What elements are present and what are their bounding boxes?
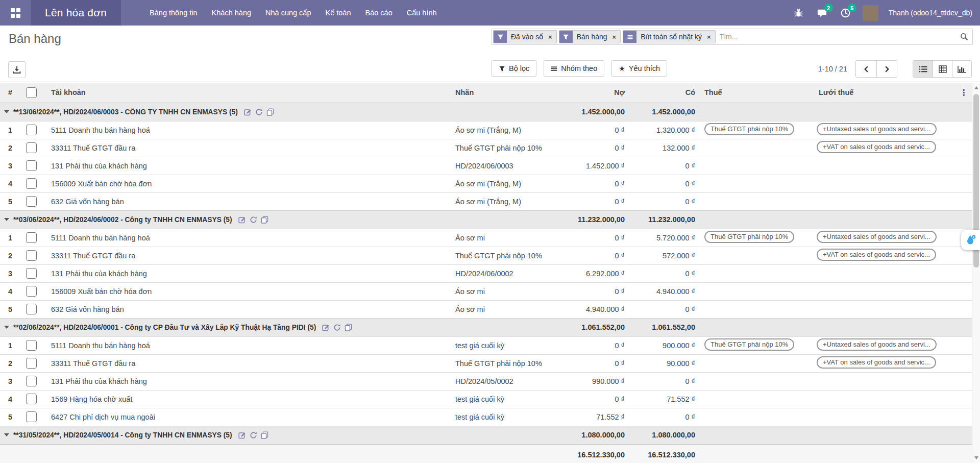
debit-cell[interactable]: 0 ₫ bbox=[551, 354, 629, 372]
nav-menu-2[interactable]: Nhà cung cấp bbox=[258, 0, 318, 26]
column-header-tax[interactable]: Thuế bbox=[699, 83, 807, 103]
credit-cell[interactable]: 132.000 ₫ bbox=[629, 139, 699, 157]
account-cell[interactable]: 33311 Thuế GTGT đầu ra bbox=[44, 139, 451, 157]
label-cell[interactable]: Áo sơ mi (Trắng, M) bbox=[451, 121, 551, 139]
pager-previous-button[interactable] bbox=[856, 61, 876, 77]
row-checkbox[interactable] bbox=[26, 340, 37, 351]
debug-bug-icon[interactable] bbox=[792, 6, 805, 19]
floating-capture-widget[interactable] bbox=[961, 230, 980, 250]
debit-cell[interactable]: 990.000 ₫ bbox=[551, 372, 629, 390]
optional-columns-toggle[interactable]: ⋮ bbox=[955, 83, 972, 103]
user-name[interactable]: Thanh (odoo14_ttldev_db) bbox=[889, 9, 972, 17]
credit-cell[interactable]: 5.720.000 ₫ bbox=[629, 229, 699, 247]
credit-cell[interactable]: 90.000 ₫ bbox=[629, 354, 699, 372]
nav-menu-4[interactable]: Báo cáo bbox=[358, 0, 400, 26]
facet-remove-icon[interactable]: × bbox=[706, 31, 715, 43]
select-all-checkbox[interactable] bbox=[26, 87, 37, 98]
duplicate-entry-icon[interactable] bbox=[266, 108, 274, 116]
account-cell[interactable]: 33311 Thuế GTGT đầu ra bbox=[44, 354, 451, 372]
row-checkbox[interactable] bbox=[26, 196, 37, 207]
app-name[interactable]: Lên hóa đơn bbox=[31, 0, 121, 26]
credit-cell[interactable]: 71.552 ₫ bbox=[629, 390, 699, 408]
export-button[interactable] bbox=[8, 61, 26, 78]
facet-remove-icon[interactable]: × bbox=[547, 31, 556, 43]
credit-cell[interactable]: 0 ₫ bbox=[629, 157, 699, 175]
account-cell[interactable]: 156009 Xuất bán chờ hóa đơn bbox=[44, 282, 451, 300]
column-header-credit[interactable]: Có bbox=[629, 83, 699, 103]
account-cell[interactable]: 5111 Doanh thu bán hàng hoá bbox=[44, 229, 451, 247]
row-checkbox[interactable] bbox=[26, 142, 37, 153]
group-by-button[interactable]: Nhóm theo bbox=[544, 60, 604, 77]
credit-cell[interactable]: 572.000 ₫ bbox=[629, 247, 699, 264]
label-cell[interactable]: Thuế GTGT phải nộp 10% bbox=[451, 247, 551, 264]
account-cell[interactable]: 5111 Doanh thu bán hàng hoá bbox=[44, 336, 451, 354]
credit-cell[interactable]: 0 ₫ bbox=[629, 264, 699, 282]
favorites-button[interactable]: ★ Yêu thích bbox=[611, 60, 667, 77]
debit-cell[interactable]: 0 ₫ bbox=[551, 247, 629, 264]
debit-cell[interactable]: 0 ₫ bbox=[551, 175, 629, 192]
refresh-entry-icon[interactable] bbox=[333, 324, 341, 331]
table-row[interactable]: 5632 Giá vốn hàng bánÁo sơ mi (Trắng, M)… bbox=[0, 192, 972, 210]
pivot-view-button[interactable] bbox=[933, 61, 952, 77]
label-cell[interactable]: Áo sơ mi bbox=[451, 229, 551, 247]
nav-menu-5[interactable]: Cấu hình bbox=[400, 0, 444, 26]
group-row[interactable]: **31/05/2024**, HD/2024/05/0014 - Công t… bbox=[0, 426, 972, 444]
debit-cell[interactable]: 71.552 ₫ bbox=[551, 408, 629, 426]
label-cell[interactable]: test giá cuối kỳ bbox=[451, 336, 551, 354]
credit-cell[interactable]: 0 ₫ bbox=[629, 372, 699, 390]
row-checkbox[interactable] bbox=[26, 268, 37, 279]
account-cell[interactable]: 33311 Thuế GTGT đầu ra bbox=[44, 247, 451, 264]
debit-cell[interactable]: 0 ₫ bbox=[551, 336, 629, 354]
group-row[interactable]: **13/06/2024**, HD/2024/06/0003 - CÔNG T… bbox=[0, 103, 972, 121]
label-cell[interactable]: test giá cuối kỳ bbox=[451, 408, 551, 426]
account-cell[interactable]: 131 Phải thu của khách hàng bbox=[44, 372, 451, 390]
credit-cell[interactable]: 0 ₫ bbox=[629, 408, 699, 426]
facet-remove-icon[interactable]: × bbox=[611, 31, 621, 43]
debit-cell[interactable]: 6.292.000 ₫ bbox=[551, 264, 629, 282]
account-cell[interactable]: 1569 Hàng hóa chờ xuất bbox=[44, 390, 451, 408]
row-checkbox[interactable] bbox=[26, 304, 37, 314]
debit-cell[interactable]: 0 ₫ bbox=[551, 390, 629, 408]
account-cell[interactable]: 131 Phải thu của khách hàng bbox=[44, 264, 451, 282]
debit-cell[interactable]: 0 ₫ bbox=[551, 121, 629, 139]
row-checkbox[interactable] bbox=[26, 178, 37, 189]
label-cell[interactable]: Áo sơ mi (Trắng, M) bbox=[451, 192, 551, 210]
graph-view-button[interactable] bbox=[952, 61, 971, 77]
edit-entry-icon[interactable] bbox=[238, 216, 246, 224]
edit-entry-icon[interactable] bbox=[244, 108, 252, 116]
row-checkbox[interactable] bbox=[26, 376, 37, 386]
activities-clock-icon[interactable]: 5 bbox=[839, 6, 852, 19]
column-header-tax-grid[interactable]: Lưới thuế bbox=[807, 83, 955, 103]
refresh-entry-icon[interactable] bbox=[255, 108, 263, 116]
group-row[interactable]: **02/06/2024**, HD/2024/06/0001 - Công t… bbox=[0, 318, 972, 336]
table-row[interactable]: 3131 Phải thu của khách hàngHD/2024/05/0… bbox=[0, 372, 972, 390]
debit-cell[interactable]: 1.452.000 ₫ bbox=[551, 157, 629, 175]
credit-cell[interactable]: 900.000 ₫ bbox=[629, 336, 699, 354]
edit-entry-icon[interactable] bbox=[322, 324, 330, 331]
credit-cell[interactable]: 1.320.000 ₫ bbox=[629, 121, 699, 139]
duplicate-entry-icon[interactable] bbox=[261, 216, 268, 224]
table-row[interactable]: 15111 Doanh thu bán hàng hoáÁo sơ mi0 ₫5… bbox=[0, 229, 972, 247]
column-header-label[interactable]: Nhãn bbox=[451, 83, 551, 103]
user-avatar[interactable] bbox=[863, 5, 878, 21]
messages-icon[interactable]: 2 bbox=[816, 6, 829, 19]
account-cell[interactable]: 6427 Chi phí dịch vụ mua ngoài bbox=[44, 408, 451, 426]
table-row[interactable]: 15111 Doanh thu bán hàng hoátest giá cuố… bbox=[0, 336, 972, 354]
filters-button[interactable]: Bộ lọc bbox=[492, 60, 536, 77]
table-row[interactable]: 4156009 Xuất bán chờ hóa đơnÁo sơ mi (Tr… bbox=[0, 175, 972, 192]
search-facet-0[interactable]: Đã vào sổ× bbox=[493, 30, 557, 43]
group-row[interactable]: **03/06/2024**, HD/2024/06/0002 - Công t… bbox=[0, 210, 972, 229]
apps-menu-button[interactable] bbox=[0, 0, 31, 26]
nav-menu-0[interactable]: Bảng thông tin bbox=[142, 0, 205, 26]
table-row[interactable]: 5632 Giá vốn hàng bánÁo sơ mi4.940.000 ₫… bbox=[0, 300, 972, 318]
debit-cell[interactable]: 0 ₫ bbox=[551, 139, 629, 157]
row-checkbox[interactable] bbox=[26, 394, 37, 404]
search-input[interactable] bbox=[716, 33, 959, 41]
credit-cell[interactable]: 4.940.000 ₫ bbox=[629, 282, 699, 300]
nav-menu-3[interactable]: Kế toán bbox=[318, 0, 358, 26]
nav-menu-1[interactable]: Khách hàng bbox=[205, 0, 258, 26]
debit-cell[interactable]: 0 ₫ bbox=[551, 282, 629, 300]
pager-next-button[interactable] bbox=[876, 61, 897, 77]
debit-cell[interactable]: 0 ₫ bbox=[551, 229, 629, 247]
debit-cell[interactable]: 0 ₫ bbox=[551, 192, 629, 210]
